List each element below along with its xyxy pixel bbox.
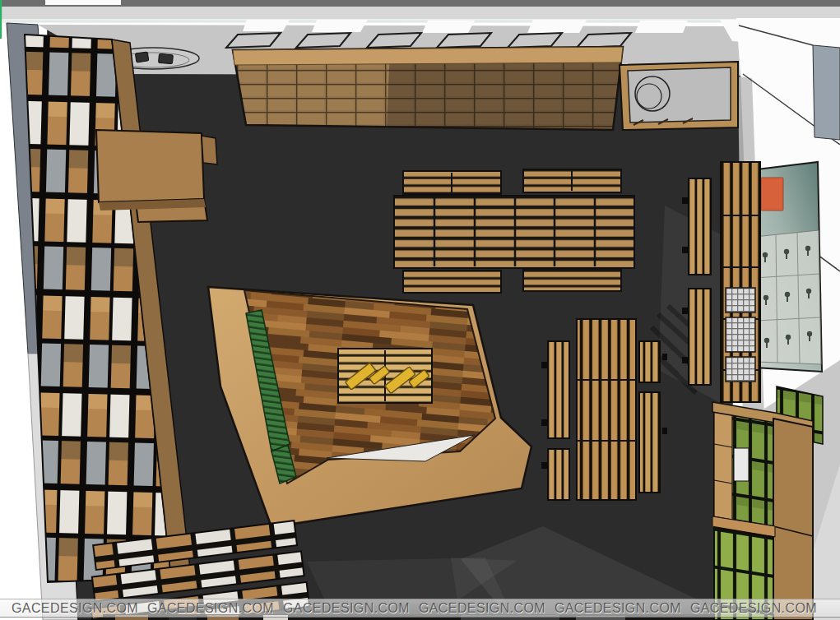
bench [689,178,711,275]
watermark-text: GACEDESIGN.COM [555,601,681,616]
watermark-text: GACEDESIGN.COM [147,601,274,616]
long-table-center [541,319,667,500]
interior-render [0,0,840,620]
mesh-basket [726,288,755,312]
top-border-strip [0,0,840,23]
watermark-text: GACEDESIGN.COM [12,601,138,616]
reception-desk [96,130,217,222]
bench [548,449,569,500]
wall-poster [750,162,822,372]
bench [639,341,660,382]
locker-side-panel [773,419,813,620]
axis-line [0,0,2,39]
slatted-canopy-panel [233,47,623,130]
bench [523,269,621,291]
poster-orange-block [761,178,783,211]
watermark-text: GACEDESIGN.COM [419,601,545,616]
bench [548,341,569,438]
wall-accent-band [813,45,840,140]
watermark-text: GACEDESIGN.COM [283,601,410,616]
glass-display-case [620,62,738,130]
green-locker-cabinet [712,386,823,620]
bench [639,392,660,493]
locker-tan-column [714,409,732,520]
bench [689,289,711,385]
watermark-band: GACEDESIGN.COM GACEDESIGN.COM GACEDESIGN… [0,599,840,618]
bench [403,271,501,293]
watermark-text: GACEDESIGN.COM [690,601,817,616]
chair [135,52,148,62]
chair [159,53,174,63]
mesh-basket [726,317,755,352]
render-viewport: GACEDESIGN.COM GACEDESIGN.COM GACEDESIGN… [0,0,840,620]
locker-white-door [734,448,749,481]
mesh-basket [726,357,755,382]
long-table-top [577,319,636,500]
